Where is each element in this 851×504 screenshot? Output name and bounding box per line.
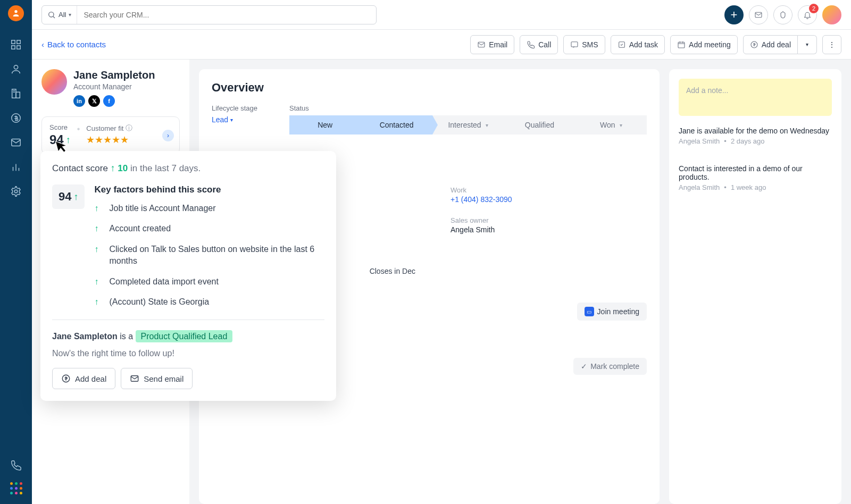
- chevron-left-icon: ‹: [41, 40, 44, 49]
- status-pipeline: New Contacted Interested▾ Qualified Won▾: [289, 115, 647, 135]
- mark-complete-button[interactable]: ✓ Mark complete: [573, 358, 647, 375]
- svg-rect-20: [571, 41, 578, 46]
- user-avatar[interactable]: [822, 5, 841, 24]
- svg-rect-4: [17, 46, 20, 49]
- activity-item[interactable]: Contact is interested in a demo of our p…: [679, 164, 832, 200]
- factor-item: ↑Job title is Account Manager: [94, 203, 324, 214]
- apps-icon[interactable]: [10, 482, 22, 494]
- work-phone-value[interactable]: +1 (404) 832-3090: [450, 195, 647, 204]
- x-twitter-icon[interactable]: 𝕏: [88, 95, 100, 107]
- activity-time: 2 days ago: [731, 137, 765, 145]
- popover-score-box: 94↑: [52, 184, 85, 209]
- app-logo[interactable]: [8, 5, 24, 21]
- video-icon: ▭: [585, 307, 594, 316]
- search-scope-label: All: [59, 11, 66, 19]
- lifecycle-dropdown[interactable]: Lead▾: [212, 115, 257, 124]
- chevron-down-icon: ▾: [486, 122, 488, 128]
- score-popover: Contact score ↑ 10 in the last 7 days. 9…: [40, 151, 336, 401]
- contacts-icon[interactable]: [10, 63, 22, 75]
- inbox-button[interactable]: [749, 5, 768, 24]
- reports-icon[interactable]: [10, 161, 22, 173]
- add-deal-button[interactable]: Add deal: [743, 35, 798, 54]
- popover-add-deal-button[interactable]: Add deal: [52, 368, 115, 389]
- email-button[interactable]: Email: [470, 35, 514, 54]
- stage-won[interactable]: Won▾: [575, 115, 647, 135]
- pql-badge: Product Qualified Lead: [136, 330, 233, 342]
- activity-item[interactable]: Jane is available for the demo on Wednes…: [679, 127, 832, 154]
- deals-icon[interactable]: [10, 112, 22, 124]
- accounts-icon[interactable]: [10, 87, 22, 100]
- search-scope-dropdown[interactable]: All ▾: [42, 6, 77, 24]
- check-icon: ✓: [581, 362, 587, 371]
- dashboard-icon[interactable]: [10, 38, 22, 51]
- announcements-button[interactable]: [773, 5, 792, 24]
- call-button[interactable]: Call: [520, 35, 558, 54]
- score-expand-button[interactable]: ›: [162, 130, 174, 141]
- info-icon[interactable]: ⓘ: [126, 123, 132, 133]
- arrow-up-icon: ↑: [94, 243, 102, 267]
- factor-item: ↑(Account) State is Georgia: [94, 296, 324, 308]
- arrow-up-icon: ↑: [94, 276, 102, 288]
- activity-time: 1 week ago: [731, 183, 766, 191]
- quick-add-button[interactable]: +: [724, 5, 744, 24]
- svg-rect-1: [12, 40, 15, 44]
- phone-icon[interactable]: [10, 459, 22, 472]
- svg-rect-19: [478, 42, 485, 47]
- factor-item: ↑Account created: [94, 223, 324, 234]
- customer-fit-label: Customer fit: [86, 124, 123, 132]
- svg-point-15: [14, 190, 18, 193]
- key-factors-title: Key factors behind this score: [94, 184, 324, 195]
- contact-name: Jane Sampleton: [73, 69, 155, 81]
- add-task-button[interactable]: Add task: [611, 35, 665, 54]
- facebook-icon[interactable]: f: [103, 95, 115, 107]
- owner-value: Angela Smith: [450, 225, 647, 234]
- svg-rect-2: [17, 40, 20, 44]
- topbar: All ▾ + 2: [32, 0, 851, 30]
- chevron-down-icon: ▾: [69, 12, 71, 18]
- arrow-up-icon: ↑: [94, 223, 102, 234]
- stage-interested[interactable]: Interested▾: [432, 115, 504, 135]
- status-label: Status: [289, 104, 647, 112]
- more-actions-button[interactable]: ⋮: [822, 35, 841, 54]
- nav-rail: [0, 0, 32, 504]
- deal-closes: Closes in Dec: [370, 267, 415, 275]
- stage-qualified[interactable]: Qualified: [504, 115, 575, 135]
- popover-followup-text: Now's the right time to follow up!: [52, 349, 324, 358]
- linkedin-icon[interactable]: in: [73, 95, 85, 107]
- add-meeting-button[interactable]: Add meeting: [670, 35, 738, 54]
- lifecycle-label: Lifecycle stage: [212, 104, 257, 112]
- popover-lead-line: Jane Sampleton is a Product Qualified Le…: [52, 332, 324, 341]
- add-deal-dropdown[interactable]: ▾: [798, 35, 817, 54]
- add-note-input[interactable]: Add a note...: [679, 79, 832, 116]
- stage-contacted[interactable]: Contacted: [361, 115, 432, 135]
- back-link[interactable]: ‹ Back to contacts: [41, 40, 106, 49]
- notifications-button[interactable]: 2: [798, 5, 817, 24]
- arrow-up-icon: ↑: [111, 163, 115, 173]
- stage-new[interactable]: New: [289, 115, 361, 135]
- join-meeting-button[interactable]: ▭ Join meeting: [577, 303, 647, 321]
- arrow-up-icon: ↑: [73, 191, 78, 203]
- notifications-badge: 2: [809, 4, 819, 13]
- action-bar: ‹ Back to contacts Email Call SMS Add ta…: [32, 30, 851, 60]
- customer-fit-stars: ★★★★★: [86, 134, 132, 146]
- arrow-up-icon: ↑: [94, 203, 102, 214]
- popover-send-email-button[interactable]: Send email: [121, 368, 193, 389]
- svg-line-17: [53, 16, 55, 18]
- search-input[interactable]: [77, 11, 376, 19]
- popover-title: Contact score ↑ 10 in the last 7 days.: [52, 163, 324, 174]
- score-label: Score: [49, 123, 71, 131]
- arrow-up-icon: ↑: [94, 296, 102, 308]
- owner-label: Sales owner: [450, 216, 647, 224]
- chevron-down-icon: ▾: [806, 41, 808, 47]
- contact-avatar[interactable]: [41, 69, 67, 95]
- svg-rect-7: [16, 92, 20, 98]
- back-link-text: Back to contacts: [47, 40, 106, 49]
- settings-icon[interactable]: [10, 185, 22, 198]
- work-label: Work: [450, 186, 647, 194]
- svg-point-5: [14, 65, 18, 69]
- sms-button[interactable]: SMS: [563, 35, 605, 54]
- mail-icon[interactable]: [10, 136, 22, 149]
- chevron-down-icon: ▾: [230, 117, 233, 123]
- svg-rect-11: [12, 139, 21, 146]
- search-wrap: All ▾: [41, 5, 377, 24]
